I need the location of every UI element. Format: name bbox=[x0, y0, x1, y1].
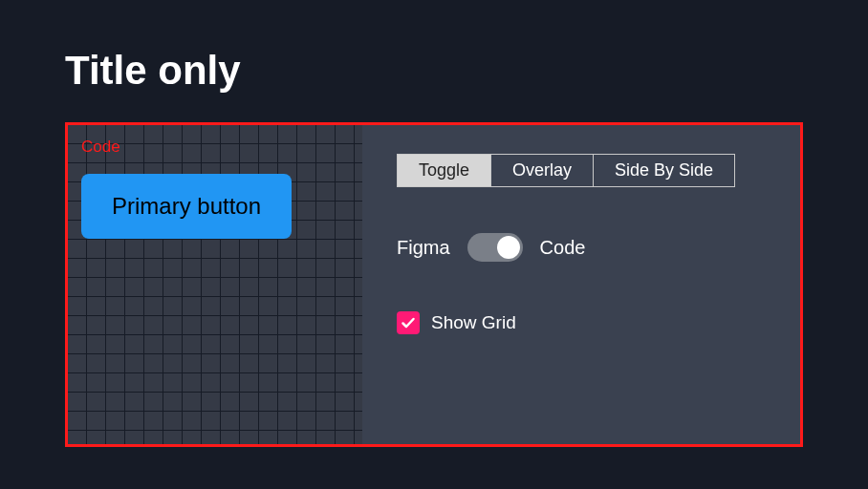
preview-mode-label: Code bbox=[81, 138, 349, 155]
source-switch-row: Figma Code bbox=[397, 233, 766, 262]
segmented-toggle[interactable]: Toggle bbox=[398, 155, 491, 186]
switch-left-label: Figma bbox=[397, 237, 450, 259]
check-icon bbox=[401, 315, 416, 330]
controls-pane: Toggle Overlay Side By Side Figma Code S… bbox=[362, 125, 800, 444]
view-mode-segmented: Toggle Overlay Side By Side bbox=[397, 154, 735, 187]
page-title: Title only bbox=[0, 0, 868, 122]
source-switch[interactable] bbox=[467, 233, 523, 262]
show-grid-checkbox[interactable] bbox=[397, 311, 420, 334]
comparison-panel: Code Primary button Toggle Overlay Side … bbox=[65, 122, 803, 447]
switch-thumb bbox=[497, 236, 520, 259]
show-grid-row: Show Grid bbox=[397, 311, 766, 334]
show-grid-label: Show Grid bbox=[431, 312, 516, 333]
segmented-overlay[interactable]: Overlay bbox=[491, 155, 594, 186]
switch-right-label: Code bbox=[540, 237, 586, 259]
primary-button[interactable]: Primary button bbox=[81, 174, 292, 239]
preview-pane: Code Primary button bbox=[68, 125, 362, 444]
segmented-side-by-side[interactable]: Side By Side bbox=[594, 155, 734, 186]
